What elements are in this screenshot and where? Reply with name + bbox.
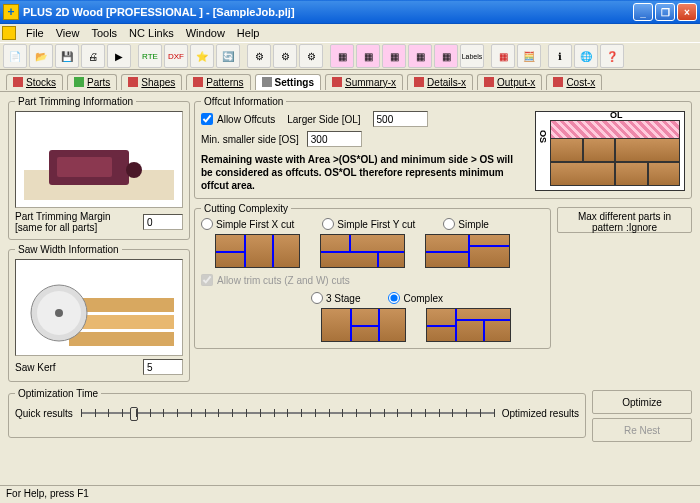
- max-parts-button[interactable]: Max different parts in pattern :Ignore: [557, 207, 692, 233]
- tb-run[interactable]: ▶: [107, 44, 131, 68]
- title-bar: + PLUS 2D Wood [PROFESSIONAL ] - [Sample…: [0, 0, 700, 24]
- tab-cost[interactable]: Cost-x: [546, 74, 602, 90]
- tab-shapes[interactable]: Shapes: [121, 74, 182, 90]
- optimized-results-label: Optimized results: [502, 408, 579, 419]
- app-icon: +: [3, 4, 19, 20]
- tab-summary[interactable]: Summary-x: [325, 74, 403, 90]
- part-trimming-group: Part Trimming Information Part Trimming …: [8, 96, 190, 240]
- menu-view[interactable]: View: [50, 25, 86, 41]
- status-bar: For Help, press F1: [0, 485, 700, 503]
- radio-complex[interactable]: Complex: [388, 292, 442, 304]
- larger-side-input[interactable]: [373, 111, 428, 127]
- menu-nclinks[interactable]: NC Links: [123, 25, 180, 41]
- tab-stocks[interactable]: Stocks: [6, 74, 63, 90]
- offcut-note: Remaining waste with Area >(OS*OL) and m…: [201, 153, 525, 192]
- optimize-button[interactable]: Optimize: [592, 390, 692, 414]
- close-button[interactable]: ×: [677, 3, 697, 21]
- cutting-legend: Cutting Complexity: [201, 203, 291, 214]
- margin-input[interactable]: [143, 214, 183, 230]
- optimization-time-group: Optimization Time Quick results Optimize…: [8, 388, 586, 438]
- toolbar: 📄 📂 💾 🖨 ▶ RTE DXF ⭐ 🔄 ⚙ ⚙ ⚙ ▦ ▦ ▦ ▦ ▦ La…: [0, 42, 700, 70]
- tb-web[interactable]: 🌐: [574, 44, 598, 68]
- allow-offcuts-check[interactable]: Allow Offcuts: [201, 113, 275, 125]
- tb-refresh[interactable]: 🔄: [216, 44, 240, 68]
- menu-file[interactable]: File: [20, 25, 50, 41]
- part-trimming-image: [15, 111, 183, 208]
- offcut-legend: Offcut Information: [201, 96, 286, 107]
- tb-gear1[interactable]: ⚙: [247, 44, 271, 68]
- status-text: For Help, press F1: [6, 488, 89, 499]
- tb-print[interactable]: 🖨: [81, 44, 105, 68]
- menu-bar: File View Tools NC Links Window Help: [0, 24, 700, 42]
- main-panel: Part Trimming Information Part Trimming …: [0, 92, 700, 485]
- cut-diagram-simple: [425, 234, 510, 268]
- tb-grid[interactable]: ▦: [491, 44, 515, 68]
- tab-parts[interactable]: Parts: [67, 74, 117, 90]
- kerf-input[interactable]: [143, 359, 183, 375]
- tb-rte[interactable]: RTE: [138, 44, 162, 68]
- tb-p3[interactable]: ▦: [382, 44, 406, 68]
- offcut-group: Offcut Information Allow Offcuts Larger …: [194, 96, 692, 199]
- tb-help[interactable]: ❓: [600, 44, 624, 68]
- svg-point-9: [55, 309, 63, 317]
- tab-bar: Stocks Parts Shapes Patterns Settings Su…: [0, 70, 700, 92]
- tb-save[interactable]: 💾: [55, 44, 79, 68]
- margin-label: Part Trimming Margin [same for all parts…: [15, 211, 139, 233]
- tab-patterns[interactable]: Patterns: [186, 74, 250, 90]
- offcut-diagram: OL OS: [535, 111, 685, 191]
- tb-gear2[interactable]: ⚙: [273, 44, 297, 68]
- tb-open[interactable]: 📂: [29, 44, 53, 68]
- radio-3stage[interactable]: 3 Stage: [311, 292, 360, 304]
- minimize-button[interactable]: _: [633, 3, 653, 21]
- quick-results-label: Quick results: [15, 408, 73, 419]
- menu-tools[interactable]: Tools: [85, 25, 123, 41]
- part-trimming-legend: Part Trimming Information: [15, 96, 136, 107]
- tb-p2[interactable]: ▦: [356, 44, 380, 68]
- app-menu-icon: [2, 26, 16, 40]
- tab-output[interactable]: Output-x: [477, 74, 542, 90]
- radio-simple[interactable]: Simple: [443, 218, 489, 230]
- tb-p1[interactable]: ▦: [330, 44, 354, 68]
- allow-trim-cuts-check: Allow trim cuts (Z and W) cuts: [201, 274, 544, 286]
- tb-new[interactable]: 📄: [3, 44, 27, 68]
- cut-diagram-complex: [426, 308, 511, 342]
- tab-details[interactable]: Details-x: [407, 74, 473, 90]
- window-title: PLUS 2D Wood [PROFESSIONAL ] - [SampleJo…: [23, 6, 295, 18]
- svg-point-3: [126, 162, 142, 178]
- larger-side-label: Larger Side [OL]: [287, 114, 360, 125]
- svg-rect-2: [57, 157, 112, 177]
- svg-rect-6: [69, 332, 174, 346]
- menu-window[interactable]: Window: [180, 25, 231, 41]
- saw-width-legend: Saw Width Information: [15, 244, 122, 255]
- renest-button[interactable]: Re Nest: [592, 418, 692, 442]
- tb-p5[interactable]: ▦: [434, 44, 458, 68]
- saw-width-image: [15, 259, 183, 356]
- optim-legend: Optimization Time: [15, 388, 101, 399]
- cut-diagram-sfx: [215, 234, 300, 268]
- radio-simple-first-x[interactable]: Simple First X cut: [201, 218, 294, 230]
- tb-p4[interactable]: ▦: [408, 44, 432, 68]
- tab-settings[interactable]: Settings: [255, 74, 321, 90]
- tb-dxf[interactable]: DXF: [164, 44, 188, 68]
- tb-gear3[interactable]: ⚙: [299, 44, 323, 68]
- min-side-input[interactable]: [307, 131, 362, 147]
- maximize-button[interactable]: ❐: [655, 3, 675, 21]
- kerf-label: Saw Kerf: [15, 362, 139, 373]
- menu-help[interactable]: Help: [231, 25, 266, 41]
- cut-diagram-3stage: [321, 308, 406, 342]
- cut-diagram-sfy: [320, 234, 405, 268]
- radio-simple-first-y[interactable]: Simple First Y cut: [322, 218, 415, 230]
- saw-width-group: Saw Width Information Saw Kerf: [8, 244, 190, 382]
- tb-fav[interactable]: ⭐: [190, 44, 214, 68]
- cutting-complexity-group: Cutting Complexity Simple First X cut Si…: [194, 203, 551, 349]
- tb-info[interactable]: ℹ: [548, 44, 572, 68]
- tb-calc[interactable]: 🧮: [517, 44, 541, 68]
- min-side-label: Min. smaller side [OS]: [201, 134, 299, 145]
- optim-slider[interactable]: [81, 403, 494, 423]
- tb-labels[interactable]: Labels: [460, 44, 484, 68]
